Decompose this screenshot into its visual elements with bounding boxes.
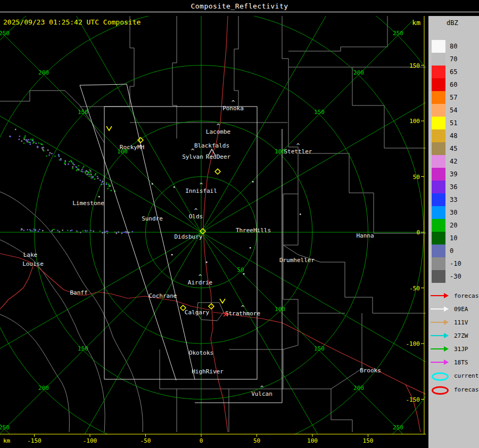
track-arrow-icon [431, 292, 450, 299]
colorbar-block [432, 104, 445, 117]
colorbar-block [432, 232, 445, 245]
echo-pixel [108, 184, 109, 185]
legend-row: current [431, 372, 478, 384]
echo-pixel [116, 233, 117, 234]
colorbar-block [432, 155, 445, 168]
echo-pixel [85, 230, 86, 231]
echo-pixel [109, 185, 110, 186]
echo-pixel [102, 232, 103, 233]
city-label: Limestone [72, 200, 104, 207]
echo-pixel [29, 229, 30, 230]
station-dot-icon [98, 196, 100, 197]
range-label: 150 [314, 109, 325, 116]
city-label: Calgary [185, 309, 210, 316]
legend-label: current [454, 372, 478, 380]
echo-pixel [90, 173, 92, 174]
range-label: 200 [38, 69, 49, 76]
colorbar-block [432, 206, 445, 219]
city-label: Sylvan [182, 153, 203, 160]
station-dot-icon [243, 273, 244, 274]
echo-pixel [38, 142, 39, 143]
echo-pixel [118, 231, 119, 232]
echo-pixel [54, 156, 55, 157]
echo-pixel [89, 169, 90, 170]
echo-pixel [73, 164, 75, 165]
city-label: RedDeer [206, 153, 231, 160]
echo-pixel [107, 231, 108, 232]
scan-area-outlines [80, 84, 282, 403]
city-label: Lacombe [206, 128, 230, 135]
echo-pixel [65, 164, 66, 165]
echo-pixel [100, 180, 101, 181]
range-label: 100 [275, 306, 285, 313]
colorbar-block [432, 270, 445, 283]
echo-pixel [72, 163, 73, 164]
echo-pixel [106, 231, 107, 232]
echo-pixel [80, 170, 81, 172]
echo-pixel [33, 229, 34, 230]
legend-label: 18TS [454, 359, 468, 366]
echo-pixel [51, 153, 52, 154]
echo-pixel [19, 136, 20, 137]
echo-pixel [86, 170, 87, 172]
colorbar-block [432, 168, 445, 181]
echo-pixel [108, 185, 109, 186]
radar-app-window: Composite_Reflectivity [0, 0, 479, 448]
colorbar-label: 65 [450, 66, 457, 78]
echo-pixel [132, 231, 133, 232]
x-axis-label: -100 [83, 437, 97, 444]
legend-row: 18TS [431, 359, 478, 370]
legend-row: forecast [431, 292, 478, 304]
station-dot-icon [171, 254, 172, 255]
range-label: 250 [393, 30, 403, 37]
echo-pixel [90, 176, 92, 177]
y-axis-label: -100 [406, 340, 420, 347]
colorbar-block [432, 193, 445, 206]
legend-label: 27ZW [454, 332, 468, 340]
colorbar-block [432, 117, 445, 129]
colorbar-block [432, 257, 445, 270]
echo-pixel [23, 143, 24, 144]
colorbar-label: 45 [450, 142, 457, 155]
echo-pixel [30, 231, 31, 232]
km-unit-label-bottom: km [3, 437, 11, 444]
colorbar-label: 30 [450, 206, 457, 219]
echo-pixel [126, 231, 127, 232]
echo-pixel [42, 144, 43, 145]
range-label: 250 [0, 30, 10, 37]
echo-pixel [23, 230, 24, 231]
range-label: 50 [237, 266, 244, 273]
echo-pixel [59, 156, 60, 157]
storm-ellipse-icon [432, 372, 449, 381]
city-label: Blackfalds [194, 142, 229, 149]
x-axis-label: -50 [141, 437, 151, 444]
echo-pixel [80, 232, 81, 233]
echo-pixel [106, 182, 107, 183]
legend-row: 09EA [431, 305, 478, 317]
x-axis-label: 150 [363, 437, 374, 444]
echo-pixel [76, 170, 77, 171]
echo-pixel [70, 160, 71, 161]
page-title: Composite_Reflectivity [191, 2, 288, 10]
city-label: Innisfail [185, 188, 217, 194]
echo-pixel [32, 139, 33, 140]
axes: -150-100-50050100150150100500-50-100-150 [0, 16, 426, 444]
track-arrow-icon [431, 346, 450, 353]
echo-pixel [88, 174, 89, 175]
city-label: Louise [22, 260, 44, 267]
colorbar-block [432, 219, 445, 232]
city-label: Stettler [284, 148, 312, 155]
y-axis-label: -150 [406, 396, 420, 403]
city-label: Ponoka [222, 105, 244, 112]
arrow-head [444, 346, 449, 352]
echo-pixel [78, 165, 79, 166]
arrow-head [444, 320, 449, 325]
echo-pixel [35, 229, 36, 230]
echo-pixel [39, 229, 40, 230]
km-unit-label-top: km [412, 19, 420, 27]
echo-pixel [69, 161, 70, 162]
echo-pixel [101, 184, 102, 185]
legend-label: 31JP [454, 345, 468, 353]
echo-pixel [26, 140, 27, 141]
city-label: Airdrie [188, 279, 212, 286]
